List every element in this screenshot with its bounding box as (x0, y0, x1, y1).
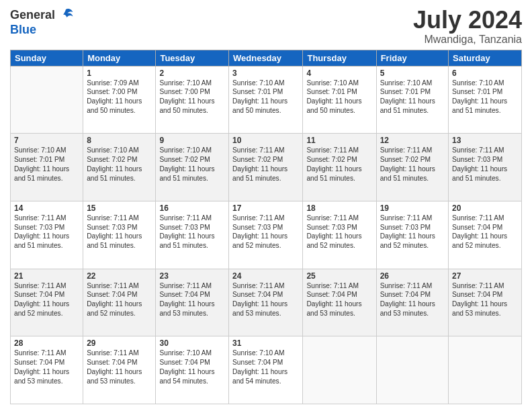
day-info: Sunrise: 7:10 AM Sunset: 7:01 PM Dayligh… (380, 79, 445, 116)
day-number: 2 (159, 68, 225, 78)
col-friday: Friday (376, 50, 448, 66)
day-number: 15 (87, 203, 152, 213)
calendar-cell-w4-d6: 26Sunrise: 7:11 AM Sunset: 7:04 PM Dayli… (376, 269, 448, 336)
day-info: Sunrise: 7:10 AM Sunset: 7:01 PM Dayligh… (14, 146, 79, 183)
calendar-cell-w3-d1: 14Sunrise: 7:11 AM Sunset: 7:03 PM Dayli… (11, 201, 83, 269)
day-number: 10 (232, 136, 299, 145)
day-info: Sunrise: 7:11 AM Sunset: 7:04 PM Dayligh… (306, 281, 372, 318)
location-title: Mwandiga, Tanzania (413, 34, 522, 46)
calendar-cell-w2-d4: 10Sunrise: 7:11 AM Sunset: 7:02 PM Dayli… (229, 134, 303, 201)
day-number: 3 (232, 68, 299, 78)
day-info: Sunrise: 7:10 AM Sunset: 7:00 PM Dayligh… (159, 79, 225, 116)
day-info: Sunrise: 7:11 AM Sunset: 7:04 PM Dayligh… (452, 281, 518, 318)
day-number: 26 (380, 271, 445, 281)
day-info: Sunrise: 7:11 AM Sunset: 7:04 PM Dayligh… (14, 349, 79, 385)
day-number: 6 (452, 68, 518, 78)
day-number: 22 (87, 271, 152, 281)
calendar-week-5: 28Sunrise: 7:11 AM Sunset: 7:04 PM Dayli… (11, 336, 522, 404)
day-number: 9 (159, 136, 225, 145)
logo-general-text: General (10, 8, 55, 22)
header: General Blue July 2024 Mwandiga, Tanzani… (10, 7, 522, 46)
day-info: Sunrise: 7:11 AM Sunset: 7:03 PM Dayligh… (87, 214, 152, 250)
logo: General Blue (10, 7, 74, 37)
day-number: 12 (380, 136, 445, 145)
day-number: 28 (14, 338, 79, 348)
day-info: Sunrise: 7:11 AM Sunset: 7:03 PM Dayligh… (159, 214, 225, 250)
calendar-cell-w4-d2: 22Sunrise: 7:11 AM Sunset: 7:04 PM Dayli… (83, 269, 156, 336)
calendar-cell-w4-d5: 25Sunrise: 7:11 AM Sunset: 7:04 PM Dayli… (303, 269, 376, 336)
col-saturday: Saturday (449, 50, 522, 66)
day-info: Sunrise: 7:10 AM Sunset: 7:01 PM Dayligh… (232, 79, 299, 116)
day-number: 4 (306, 68, 372, 78)
calendar-cell-w5-d1: 28Sunrise: 7:11 AM Sunset: 7:04 PM Dayli… (11, 336, 83, 404)
logo-blue-text: Blue (10, 23, 36, 37)
col-tuesday: Tuesday (156, 50, 229, 66)
calendar-week-4: 21Sunrise: 7:11 AM Sunset: 7:04 PM Dayli… (11, 269, 522, 336)
calendar-cell-w1-d6: 5Sunrise: 7:10 AM Sunset: 7:01 PM Daylig… (376, 66, 448, 134)
day-info: Sunrise: 7:11 AM Sunset: 7:02 PM Dayligh… (380, 146, 445, 183)
day-number: 11 (306, 136, 372, 145)
calendar-cell-w4-d3: 23Sunrise: 7:11 AM Sunset: 7:04 PM Dayli… (156, 269, 229, 336)
day-number: 16 (159, 203, 225, 213)
calendar-week-1: 1Sunrise: 7:09 AM Sunset: 7:00 PM Daylig… (11, 66, 522, 134)
day-info: Sunrise: 7:11 AM Sunset: 7:04 PM Dayligh… (232, 281, 299, 318)
col-sunday: Sunday (11, 50, 83, 66)
day-info: Sunrise: 7:11 AM Sunset: 7:04 PM Dayligh… (14, 281, 79, 318)
day-info: Sunrise: 7:11 AM Sunset: 7:04 PM Dayligh… (87, 281, 152, 318)
calendar-cell-w5-d7 (449, 336, 522, 404)
day-info: Sunrise: 7:11 AM Sunset: 7:03 PM Dayligh… (14, 214, 79, 250)
day-number: 31 (232, 338, 299, 348)
day-info: Sunrise: 7:11 AM Sunset: 7:03 PM Dayligh… (452, 146, 518, 183)
calendar-cell-w4-d7: 27Sunrise: 7:11 AM Sunset: 7:04 PM Dayli… (449, 269, 522, 336)
day-info: Sunrise: 7:11 AM Sunset: 7:03 PM Dayligh… (306, 214, 372, 250)
day-number: 21 (14, 271, 79, 281)
calendar-cell-w3-d3: 16Sunrise: 7:11 AM Sunset: 7:03 PM Dayli… (156, 201, 229, 269)
day-number: 13 (452, 136, 518, 145)
day-number: 8 (87, 136, 152, 145)
calendar-cell-w5-d3: 30Sunrise: 7:10 AM Sunset: 7:04 PM Dayli… (156, 336, 229, 404)
month-title: July 2024 (413, 7, 522, 34)
day-number: 18 (306, 203, 372, 213)
calendar-cell-w3-d6: 19Sunrise: 7:11 AM Sunset: 7:03 PM Dayli… (376, 201, 448, 269)
calendar-cell-w3-d4: 17Sunrise: 7:11 AM Sunset: 7:03 PM Dayli… (229, 201, 303, 269)
day-info: Sunrise: 7:10 AM Sunset: 7:01 PM Dayligh… (452, 79, 518, 116)
day-info: Sunrise: 7:11 AM Sunset: 7:04 PM Dayligh… (87, 349, 152, 385)
calendar-cell-w3-d5: 18Sunrise: 7:11 AM Sunset: 7:03 PM Dayli… (303, 201, 376, 269)
day-number: 30 (159, 338, 225, 348)
col-wednesday: Wednesday (229, 50, 303, 66)
calendar-cell-w4-d1: 21Sunrise: 7:11 AM Sunset: 7:04 PM Dayli… (11, 269, 83, 336)
day-number: 24 (232, 271, 299, 281)
calendar-cell-w5-d4: 31Sunrise: 7:10 AM Sunset: 7:04 PM Dayli… (229, 336, 303, 404)
day-number: 27 (452, 271, 518, 281)
day-info: Sunrise: 7:09 AM Sunset: 7:00 PM Dayligh… (87, 79, 152, 116)
calendar-cell-w1-d1 (11, 66, 83, 134)
calendar-cell-w2-d1: 7Sunrise: 7:10 AM Sunset: 7:01 PM Daylig… (11, 134, 83, 201)
calendar-cell-w5-d2: 29Sunrise: 7:11 AM Sunset: 7:04 PM Dayli… (83, 336, 156, 404)
calendar-cell-w5-d6 (376, 336, 448, 404)
day-info: Sunrise: 7:10 AM Sunset: 7:01 PM Dayligh… (306, 79, 372, 116)
day-number: 25 (306, 271, 372, 281)
day-info: Sunrise: 7:11 AM Sunset: 7:04 PM Dayligh… (159, 281, 225, 318)
day-number: 1 (87, 68, 152, 78)
day-number: 19 (380, 203, 445, 213)
calendar-cell-w5-d5 (303, 336, 376, 404)
day-info: Sunrise: 7:11 AM Sunset: 7:04 PM Dayligh… (380, 281, 445, 318)
col-monday: Monday (83, 50, 156, 66)
day-info: Sunrise: 7:11 AM Sunset: 7:03 PM Dayligh… (380, 214, 445, 250)
day-info: Sunrise: 7:11 AM Sunset: 7:03 PM Dayligh… (232, 214, 299, 250)
calendar-cell-w2-d3: 9Sunrise: 7:10 AM Sunset: 7:02 PM Daylig… (156, 134, 229, 201)
col-thursday: Thursday (303, 50, 376, 66)
calendar-cell-w1-d4: 3Sunrise: 7:10 AM Sunset: 7:01 PM Daylig… (229, 66, 303, 134)
logo-bird-icon (58, 7, 74, 23)
day-info: Sunrise: 7:11 AM Sunset: 7:02 PM Dayligh… (306, 146, 372, 183)
calendar-cell-w2-d2: 8Sunrise: 7:10 AM Sunset: 7:02 PM Daylig… (83, 134, 156, 201)
calendar-cell-w1-d5: 4Sunrise: 7:10 AM Sunset: 7:01 PM Daylig… (303, 66, 376, 134)
calendar-cell-w4-d4: 24Sunrise: 7:11 AM Sunset: 7:04 PM Dayli… (229, 269, 303, 336)
day-number: 7 (14, 136, 79, 145)
day-number: 23 (159, 271, 225, 281)
calendar-cell-w3-d7: 20Sunrise: 7:11 AM Sunset: 7:04 PM Dayli… (449, 201, 522, 269)
calendar-cell-w1-d7: 6Sunrise: 7:10 AM Sunset: 7:01 PM Daylig… (449, 66, 522, 134)
day-number: 5 (380, 68, 445, 78)
day-info: Sunrise: 7:10 AM Sunset: 7:02 PM Dayligh… (87, 146, 152, 183)
day-number: 29 (87, 338, 152, 348)
